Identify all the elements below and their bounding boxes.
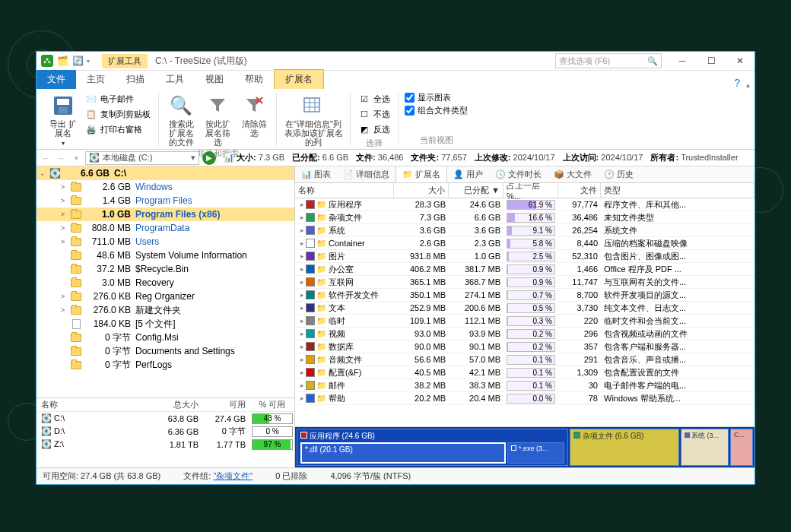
tab-tools[interactable]: 工具 (155, 70, 195, 89)
tree-item[interactable]: 3.0 MBRecovery (37, 276, 294, 290)
drives-col-name[interactable]: 名称 (37, 399, 156, 410)
drives-col-total[interactable]: 总大小 (156, 399, 203, 410)
maximize-button[interactable]: ☐ (697, 52, 726, 70)
tree-item[interactable]: >1.4 GBProgram Files (37, 194, 294, 207)
tree-item[interactable]: 184.0 KB[5 个文件] (37, 317, 294, 331)
grid-col-alloc[interactable]: 已分配 ▼ (449, 183, 504, 198)
tree-root[interactable]: ⌄💽6.6 GBC:\ (37, 166, 294, 180)
scan-button[interactable]: ▶ (202, 151, 216, 165)
treemap-block[interactable]: *.dll (20.1 GB) (300, 442, 506, 464)
treemap-block[interactable]: C... (730, 429, 753, 466)
tree-item[interactable]: >711.0 MBUsers (37, 235, 294, 249)
grid-row[interactable]: ▸📁Container 2.6 GB 2.3 GB 5.8 % 8,440 压缩… (295, 237, 754, 250)
expand-icon[interactable]: ▸ (298, 330, 306, 337)
grid-row[interactable]: ▸📁邮件 38.2 MB 38.3 MB 0.1 % 30 电子邮件客户端的电.… (295, 379, 754, 392)
treemap[interactable]: 应用程序 (24.6 GB) *.dll (20.1 GB) *.exe (3.… (295, 426, 754, 467)
tree-item[interactable]: 0 字节PerfLogs (37, 358, 294, 372)
tree-item[interactable]: >2.6 GBWindows (37, 180, 294, 194)
grid-row[interactable]: ▸📁音频文件 56.6 MB 57.0 MB 0.1 % 291 包含音乐、声音… (295, 353, 754, 366)
email-button[interactable]: ✉️电子邮件 (84, 92, 152, 106)
expand-icon[interactable]: ▸ (298, 291, 306, 299)
tab-file[interactable]: 文件 (37, 70, 76, 89)
view-tab[interactable]: 👤用户 (447, 166, 489, 182)
grid-row[interactable]: ▸📁应用程序 28.3 GB 24.6 GB 61.9 % 97,774 程序文… (295, 198, 754, 211)
select-all-button[interactable]: ☑全选 (357, 92, 392, 106)
expand-icon[interactable]: ▸ (298, 252, 306, 260)
grid-row[interactable]: ▸📁系统 3.6 GB 3.6 GB 9.1 % 26,254 系统文件 (295, 224, 754, 237)
expand-icon[interactable]: ▸ (298, 304, 306, 312)
select-invert-button[interactable]: ◩反选 (357, 122, 392, 136)
treemap-block[interactable]: 杂项文件 (6.6 GB) (570, 429, 679, 466)
drives-col-pct[interactable]: % 可用 (250, 399, 294, 410)
filter-extension-button[interactable]: 按此扩展名筛选 (202, 92, 233, 147)
expand-icon[interactable]: ▸ (298, 356, 306, 363)
grid-row[interactable]: ▸📁数据库 90.0 MB 90.1 MB 0.2 % 357 包含客户端和服务… (295, 340, 754, 353)
view-tab[interactable]: 📦大文件 (548, 166, 598, 182)
treemap-block[interactable]: 系统 (3... (681, 429, 729, 466)
qat-button-1[interactable]: 🗂️ (56, 55, 68, 67)
tree-item[interactable]: >808.0 MBProgramData (37, 221, 294, 235)
view-tab[interactable]: 🕓文件时长 (489, 166, 548, 182)
tab-scan[interactable]: 扫描 (116, 70, 155, 89)
close-button[interactable]: ✕ (726, 52, 754, 70)
tree-item[interactable]: >276.0 KB新建文件夹 (37, 303, 294, 317)
expand-icon[interactable]: ▸ (298, 214, 306, 221)
grid-col-size[interactable]: 大小 (394, 183, 449, 198)
expand-icon[interactable]: ▸ (298, 201, 306, 208)
nav-fwd-button[interactable]: → (55, 152, 67, 164)
nav-history-dropdown[interactable]: ▾ (70, 152, 82, 164)
grid-row[interactable]: ▸📁图片 931.8 MB 1.0 GB 2.5 % 52,310 包含图片、图… (295, 250, 754, 263)
expand-icon[interactable]: ▸ (298, 317, 306, 325)
treemap-block[interactable]: *.exe (3... (507, 442, 564, 464)
tab-help[interactable]: 帮助 (234, 70, 274, 89)
tree-item[interactable]: 0 字节Documents and Settings (37, 344, 294, 358)
qat-button-2[interactable]: 🔄 (71, 55, 84, 67)
print-button[interactable]: 🖨️打印右窗格 (84, 122, 152, 136)
folder-tree[interactable]: ⌄💽6.6 GBC:\>2.6 GBWindows>1.4 GBProgram … (37, 166, 294, 397)
add-column-button[interactable]: 在"详细信息"列表添加该扩展名的列 (283, 92, 344, 147)
minimize-button[interactable]: ─ (668, 52, 697, 70)
drive-row[interactable]: 💽D:\6.36 GB0 字节0 % (37, 425, 294, 438)
grid-row[interactable]: ▸📁杂项文件 7.3 GB 6.6 GB 16.6 % 36,486 未知文件类… (295, 211, 754, 224)
grid-col-files[interactable]: 文件 (558, 183, 601, 198)
drives-col-free[interactable]: 可用 (203, 399, 250, 410)
extensions-grid[interactable]: 名称 大小 已分配 ▼ 占上一层 %... 文件 类型 ▸📁应用程序 28.3 … (295, 183, 754, 426)
view-tab[interactable]: 📁扩展名 (396, 166, 447, 182)
expand-icon[interactable]: ▸ (298, 382, 306, 389)
clipboard-button[interactable]: 📋复制到剪贴板 (84, 107, 152, 121)
grid-row[interactable]: ▸📁视频 93.0 MB 93.9 MB 0.2 % 296 包含视频或动画的文… (295, 328, 754, 340)
view-tab[interactable]: 📊图表 (295, 166, 337, 182)
expand-icon[interactable]: ▸ (298, 343, 306, 350)
expand-icon[interactable]: ▸ (298, 394, 306, 402)
tree-item[interactable]: >276.0 KBReg Organizer (37, 290, 294, 303)
grid-col-name[interactable]: 名称 (295, 183, 394, 198)
tree-item[interactable]: 0 字节Config.Msi (37, 331, 294, 344)
tab-home[interactable]: 主页 (76, 70, 116, 89)
expand-icon[interactable]: ▸ (298, 369, 306, 376)
expand-icon[interactable]: ▸ (298, 239, 306, 247)
grid-row[interactable]: ▸📁文本 252.9 MB 200.6 MB 0.5 % 3,730 纯文本文件… (295, 302, 754, 315)
tab-view[interactable]: 视图 (195, 70, 234, 89)
expand-icon[interactable]: ▸ (298, 278, 306, 286)
combine-types-checkbox[interactable]: 组合文件类型 (405, 105, 468, 116)
grid-col-type[interactable]: 类型 (601, 183, 754, 198)
path-combobox[interactable]: 💽 本地磁盘 (C:) ▾ (85, 151, 199, 165)
help-icon[interactable]: ? (734, 77, 740, 89)
tree-item[interactable]: 37.2 MB$Recycle.Bin (37, 262, 294, 276)
select-none-button[interactable]: ☐不选 (357, 107, 392, 121)
tree-item[interactable]: 48.6 MBSystem Volume Information (37, 249, 294, 262)
expand-icon[interactable]: ▸ (298, 265, 306, 273)
treemap-block[interactable]: 应用程序 (24.6 GB) *.dll (20.1 GB) *.exe (3.… (297, 429, 568, 466)
search-extension-button[interactable]: 🔍搜索此扩展名的文件 (165, 92, 197, 147)
show-chart-checkbox[interactable]: 显示图表 (405, 92, 468, 103)
ribbon-collapse-icon[interactable]: ▴ (746, 81, 750, 89)
view-tab[interactable]: 🕑历史 (598, 166, 640, 182)
expand-icon[interactable]: ▸ (298, 226, 306, 234)
clear-filter-button[interactable]: 清除筛选 (238, 92, 270, 138)
options-search-input[interactable]: 查找选项 (F6) 🔍 (555, 53, 662, 68)
grid-col-pct[interactable]: 占上一层 %... (504, 183, 558, 198)
drive-row[interactable]: 💽C:\63.8 GB27.4 GB43 % (37, 412, 294, 425)
grid-row[interactable]: ▸📁办公室 406.2 MB 381.7 MB 0.9 % 1,466 Offi… (295, 263, 754, 276)
qat-dropdown-icon[interactable]: ▾ (87, 58, 90, 65)
nav-back-button[interactable]: ← (40, 152, 52, 164)
